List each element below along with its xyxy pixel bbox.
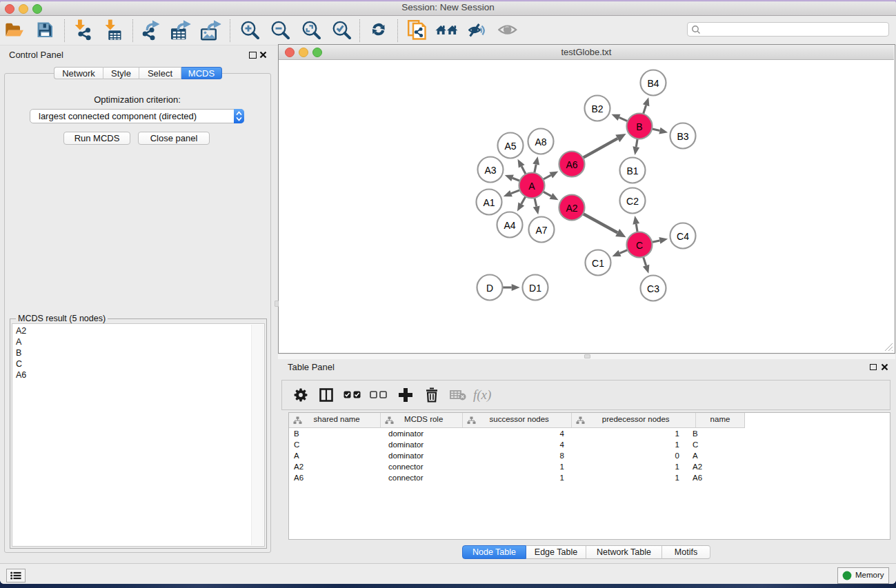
svg-text:A6: A6 <box>566 159 577 170</box>
svg-text:D: D <box>486 283 493 294</box>
svg-text:A8: A8 <box>535 136 546 148</box>
svg-text:A3: A3 <box>484 165 496 176</box>
svg-text:C: C <box>636 240 643 251</box>
svg-text:A1: A1 <box>483 197 495 208</box>
svg-text:C1: C1 <box>592 258 604 269</box>
svg-text:D1: D1 <box>529 283 541 294</box>
svg-text:B4: B4 <box>647 78 659 89</box>
svg-text:A5: A5 <box>504 141 516 152</box>
svg-text:C2: C2 <box>626 196 639 207</box>
svg-text:B1: B1 <box>626 165 638 176</box>
svg-text:C3: C3 <box>647 283 659 294</box>
svg-text:A7: A7 <box>535 225 547 236</box>
svg-text:A4: A4 <box>504 220 515 231</box>
svg-text:A2: A2 <box>566 203 577 214</box>
svg-text:A: A <box>528 181 535 192</box>
svg-text:B2: B2 <box>591 103 603 114</box>
svg-text:B: B <box>636 121 642 132</box>
svg-text:C4: C4 <box>677 231 689 242</box>
svg-text:B3: B3 <box>677 131 688 142</box>
